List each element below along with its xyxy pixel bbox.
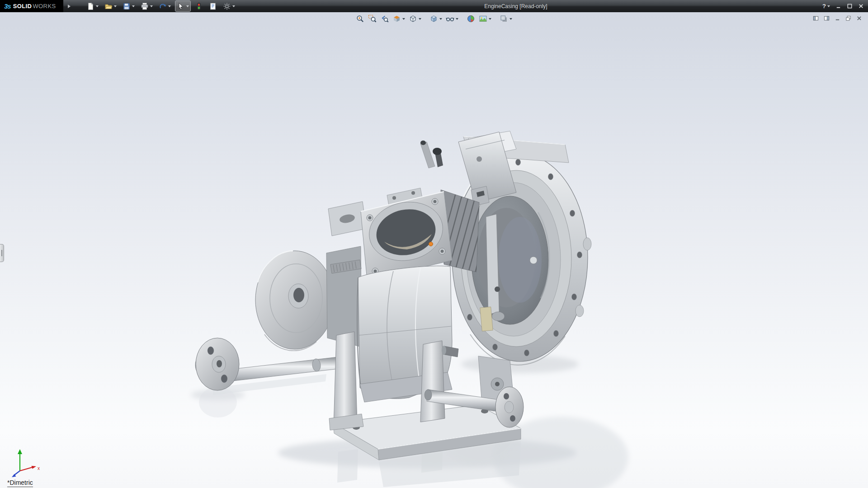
- save-icon: [123, 2, 131, 10]
- maximize-button[interactable]: [846, 2, 854, 10]
- dropdown-arrow-icon[interactable]: [96, 5, 99, 9]
- save-button[interactable]: [121, 1, 136, 11]
- close-document-icon: [856, 15, 862, 21]
- close-button[interactable]: [857, 2, 865, 10]
- edit-appearance-button[interactable]: [466, 14, 476, 23]
- dropdown-arrow-icon[interactable]: [489, 18, 491, 21]
- zoom-to-fit-button[interactable]: [355, 14, 365, 23]
- dropdown-arrow-icon[interactable]: [232, 5, 235, 9]
- dropdown-arrow-icon[interactable]: [150, 5, 153, 9]
- file-properties-button[interactable]: [208, 1, 218, 11]
- rebuild-icon: [195, 2, 203, 10]
- view-orientation-button[interactable]: [408, 14, 422, 23]
- view-settings-icon: [500, 14, 508, 23]
- menu-expand-arrow-icon[interactable]: [68, 5, 72, 8]
- undo-icon: [159, 2, 167, 10]
- dassault-brand-mark-icon: 3s: [4, 2, 11, 10]
- options-icon: [223, 2, 231, 10]
- close-document-button[interactable]: [855, 15, 863, 22]
- view-orientation-label: *Dimetric: [7, 479, 33, 487]
- print-icon: [141, 2, 149, 10]
- previous-view-button[interactable]: [379, 14, 390, 23]
- view-orientation-icon: [409, 14, 417, 23]
- view-settings-button[interactable]: [499, 14, 513, 23]
- help-icon: ?: [822, 3, 826, 9]
- heads-up-view-toolbar: [355, 14, 513, 23]
- zoom-to-fit-icon: [356, 14, 364, 23]
- engine-casing-model[interactable]: [0, 12, 868, 488]
- dropdown-arrow-icon[interactable]: [114, 5, 117, 9]
- document-title: EngineCasing [Read-only]: [484, 0, 547, 12]
- triad-x-axis: x: [20, 466, 40, 471]
- origin-marker: [429, 242, 433, 246]
- dropdown-arrow-icon[interactable]: [456, 18, 458, 21]
- minimize-document-button[interactable]: [834, 15, 841, 22]
- apply-scene-icon: [479, 14, 487, 23]
- splitter-grip-icon: [1, 250, 2, 256]
- dropdown-arrow-icon[interactable]: [827, 5, 830, 9]
- open-button[interactable]: [103, 1, 118, 11]
- maximize-icon: [847, 3, 853, 9]
- brand-name-solid: SOLID: [13, 3, 32, 9]
- select-button[interactable]: [175, 1, 190, 11]
- display-style-icon: [429, 14, 438, 23]
- dropdown-arrow-icon[interactable]: [439, 18, 442, 21]
- minimize-document-icon: [835, 15, 840, 21]
- tile-pane-left-icon: [813, 15, 819, 21]
- minimize-button[interactable]: [835, 2, 842, 10]
- restore-document-icon: [845, 15, 851, 21]
- hide-show-items-button[interactable]: [445, 14, 459, 23]
- dropdown-arrow-icon[interactable]: [132, 5, 135, 9]
- window-controls: ?: [821, 0, 865, 12]
- standard-toolbar: [85, 1, 236, 11]
- brand-name-works: WORKS: [33, 3, 56, 9]
- dropdown-arrow-icon[interactable]: [186, 5, 189, 9]
- select-icon: [177, 2, 185, 10]
- close-icon: [858, 3, 864, 9]
- dropdown-arrow-icon[interactable]: [509, 18, 512, 21]
- graphics-area[interactable]: x *Dimetric: [0, 12, 868, 488]
- edit-appearance-icon: [467, 14, 475, 23]
- options-button[interactable]: [222, 1, 236, 11]
- dropdown-arrow-icon[interactable]: [402, 18, 405, 21]
- zoom-to-area-icon: [368, 14, 377, 23]
- triad-z-axis: [12, 471, 20, 477]
- undo-button[interactable]: [157, 1, 172, 11]
- document-window-controls: [812, 15, 863, 22]
- new-document-icon: [86, 2, 94, 10]
- triad-y-axis: [18, 449, 22, 471]
- new-document-button[interactable]: [85, 1, 100, 11]
- print-button[interactable]: [139, 1, 154, 11]
- open-icon: [104, 2, 113, 10]
- tile-pane-left-button[interactable]: [812, 15, 820, 22]
- previous-view-icon: [380, 14, 389, 23]
- zoom-to-area-button[interactable]: [367, 14, 377, 23]
- triad-x-label: x: [38, 466, 40, 471]
- feature-pane-collapsed-tab[interactable]: [0, 244, 4, 262]
- help-button[interactable]: ?: [821, 2, 831, 10]
- file-properties-icon: [209, 2, 217, 10]
- dropdown-arrow-icon[interactable]: [168, 5, 171, 9]
- output-flange-disc[interactable]: [255, 251, 334, 351]
- title-bar: 3s SOLID WORKS EngineCasing [Read-only] …: [0, 0, 868, 12]
- display-style-button[interactable]: [429, 14, 443, 23]
- hide-show-items-icon: [446, 14, 454, 23]
- tile-pane-right-button[interactable]: [823, 15, 830, 22]
- tile-pane-right-icon: [824, 15, 830, 21]
- side-bracket[interactable]: [328, 202, 366, 236]
- apply-scene-button[interactable]: [478, 14, 492, 23]
- minimize-icon: [835, 3, 841, 9]
- rebuild-button[interactable]: [193, 1, 204, 11]
- section-view-icon: [392, 14, 401, 23]
- section-view-button[interactable]: [392, 14, 406, 23]
- dropdown-arrow-icon[interactable]: [419, 18, 421, 21]
- orientation-triad: x: [6, 446, 45, 481]
- solidworks-logo: 3s SOLID WORKS: [0, 0, 63, 12]
- restore-document-button[interactable]: [844, 15, 852, 22]
